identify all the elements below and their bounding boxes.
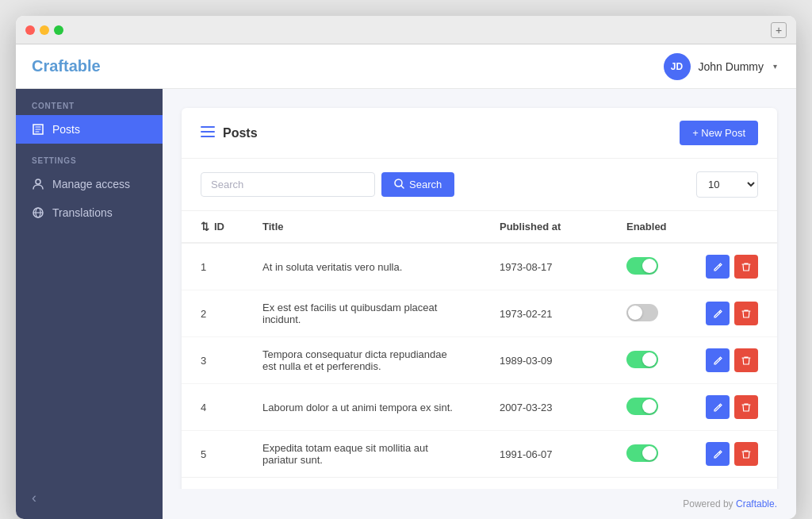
edit-button-1[interactable] [706, 255, 730, 279]
action-buttons [706, 302, 758, 325]
powered-by-text: Powered by [683, 498, 733, 509]
cell-published: 1973-08-17 [481, 243, 607, 290]
toggle-1[interactable] [626, 257, 658, 275]
delete-button-2[interactable] [734, 302, 758, 325]
sidebar-item-translations[interactable]: Translations [16, 198, 163, 227]
cell-published: 1989-03-09 [481, 337, 607, 384]
translations-icon [32, 206, 44, 219]
per-page-selector[interactable]: 10 25 50 100 [696, 171, 758, 198]
cell-actions [687, 384, 777, 431]
table-body: 1At in soluta veritatis vero nulla.1973-… [182, 243, 777, 477]
new-tab-button[interactable]: + [771, 22, 787, 38]
cell-enabled [607, 290, 687, 337]
new-post-button[interactable]: + New Post [680, 121, 758, 145]
search-input[interactable] [201, 172, 375, 197]
card-toolbar: Search 10 25 50 100 [182, 159, 777, 211]
user-name: John Dummy [699, 60, 764, 73]
card-footer: Displaying items from 1 to 5 of total 5 … [182, 477, 777, 489]
col-header-actions [687, 211, 777, 243]
minimize-button[interactable] [40, 25, 49, 35]
sidebar-item-manage-access[interactable]: Manage access [16, 170, 163, 198]
search-icon [394, 179, 404, 191]
toggle-knob [642, 352, 657, 367]
toggle-knob [642, 446, 657, 460]
sidebar-section-settings: SETTINGS [16, 144, 163, 170]
maximize-button[interactable] [54, 25, 63, 35]
user-menu[interactable]: JD John Dummy ▾ [664, 53, 777, 80]
list-icon [201, 125, 215, 141]
close-button[interactable] [25, 25, 35, 35]
delete-button-1[interactable] [734, 255, 758, 279]
search-button-label: Search [409, 179, 442, 190]
cell-published: 2007-03-23 [481, 384, 607, 431]
cell-actions [687, 337, 777, 384]
cell-actions [687, 243, 777, 290]
cell-title: Expedita totam eaque sit mollitia aut pa… [243, 431, 481, 478]
toggle-knob [642, 259, 657, 273]
toggle-4[interactable] [626, 398, 658, 415]
sidebar-item-posts-label: Posts [52, 123, 80, 136]
edit-button-3[interactable] [706, 348, 730, 372]
col-header-id[interactable]: ⇅ ID [182, 211, 243, 243]
sidebar-section-content: CONTENT [16, 89, 163, 115]
search-group: Search [201, 172, 454, 197]
cell-id: 5 [182, 431, 243, 478]
cell-title: Ex est est facilis ut quibusdam placeat … [243, 290, 481, 337]
edit-button-5[interactable] [706, 442, 730, 466]
table-row: 3Tempora consequatur dicta repudiandae e… [182, 337, 777, 384]
edit-button-4[interactable] [706, 395, 730, 419]
delete-button-4[interactable] [734, 395, 758, 419]
sidebar-item-manage-access-label: Manage access [52, 178, 130, 190]
cell-enabled [607, 337, 687, 384]
cell-enabled [607, 384, 687, 431]
cell-published: 1973-02-21 [481, 290, 607, 337]
posts-icon [32, 123, 44, 136]
col-header-enabled: Enabled [607, 211, 687, 243]
card-header: Posts + New Post [182, 108, 777, 159]
edit-button-2[interactable] [706, 302, 730, 325]
delete-button-5[interactable] [734, 442, 758, 466]
svg-point-0 [36, 179, 40, 184]
brand-link[interactable]: Craftable. [736, 498, 777, 509]
toggle-3[interactable] [626, 351, 658, 368]
sidebar-collapse-button[interactable]: ‹ [16, 477, 163, 519]
cell-enabled [607, 243, 687, 290]
cell-actions [687, 290, 777, 337]
cell-id: 4 [182, 384, 243, 431]
table-row: 4Laborum dolor a ut animi tempora ex sin… [182, 384, 777, 431]
cell-title: Laborum dolor a ut animi tempora ex sint… [243, 384, 481, 431]
action-buttons [706, 348, 758, 372]
sidebar-item-translations-label: Translations [52, 206, 113, 219]
content-area: Posts + New Post [163, 89, 796, 489]
per-page-select[interactable]: 10 25 50 100 [696, 171, 758, 198]
cell-title: Tempora consequatur dicta repudiandae es… [243, 337, 481, 384]
col-header-published: Published at [481, 211, 607, 243]
cell-actions [687, 431, 777, 478]
delete-button-3[interactable] [734, 348, 758, 372]
col-header-title: Title [243, 211, 481, 243]
sidebar: Craftable CONTENT Posts SETTINGS [16, 44, 163, 519]
toggle-knob [628, 306, 642, 320]
toggle-5[interactable] [626, 444, 658, 462]
sidebar-item-posts[interactable]: Posts [16, 115, 163, 144]
titlebar: + [16, 16, 796, 44]
traffic-lights [25, 25, 63, 35]
manage-access-icon [32, 178, 44, 190]
toggle-2[interactable] [626, 304, 658, 321]
posts-card: Posts + New Post [182, 108, 777, 489]
cell-id: 1 [182, 243, 243, 290]
sort-icon: ⇅ [201, 221, 209, 233]
search-button[interactable]: Search [381, 172, 454, 197]
toggle-knob [642, 399, 657, 413]
action-buttons [706, 395, 758, 419]
table-row: 2Ex est est facilis ut quibusdam placeat… [182, 290, 777, 337]
table-row: 5Expedita totam eaque sit mollitia aut p… [182, 431, 777, 478]
avatar: JD [664, 53, 691, 80]
card-title: Posts [201, 125, 258, 141]
cell-id: 3 [182, 337, 243, 384]
cell-title: At in soluta veritatis vero nulla. [243, 243, 481, 290]
action-buttons [706, 442, 758, 466]
posts-table: ⇅ ID Title Published at Enabled [182, 211, 777, 477]
cell-enabled [607, 431, 687, 478]
cell-id: 2 [182, 290, 243, 337]
